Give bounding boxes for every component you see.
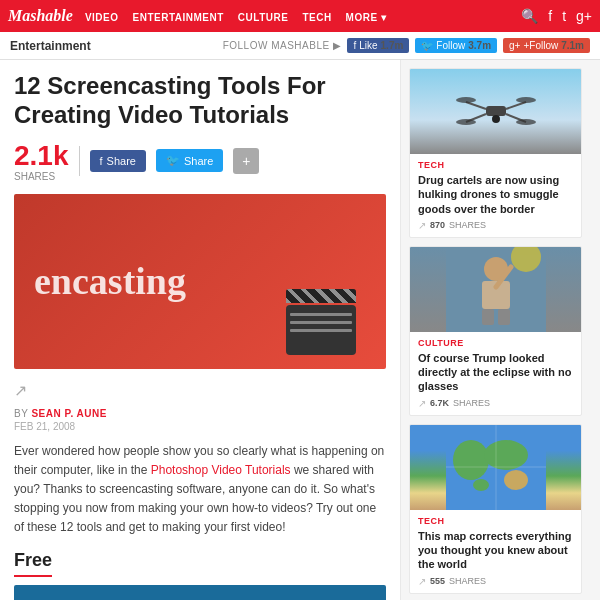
sidebar-shares-label-1: SHARES xyxy=(449,220,486,230)
trump-svg xyxy=(446,247,546,332)
sidebar-share-icon-3: ↗ xyxy=(418,576,426,587)
share-bar: 2.1k SHARES f Share 🐦 Share + xyxy=(14,140,386,182)
share-count-block: 2.1k SHARES xyxy=(14,140,69,182)
facebook-icon: f xyxy=(353,40,356,51)
twitter-nav-icon[interactable]: t xyxy=(562,8,566,24)
sidebar-card-1-body: TECH Drug cartels are now using hulking … xyxy=(410,154,581,237)
main-content: 12 Screencasting Tools For Creating Vide… xyxy=(0,60,400,600)
nav-social-icons: 🔍 f t g+ xyxy=(521,8,592,24)
article-hero-image: encasting xyxy=(14,194,386,369)
sidebar-card-3-body: TECH This map corrects everything you th… xyxy=(410,510,581,593)
sidebar-shares-2: 6.7K xyxy=(430,398,449,408)
svg-rect-14 xyxy=(482,309,494,325)
fb-share-label: Share xyxy=(107,155,136,167)
search-icon[interactable]: 🔍 xyxy=(521,8,538,24)
sidebar-share-icon-2: ↗ xyxy=(418,398,426,409)
share-count: 2.1k xyxy=(14,140,69,172)
nav-menu: Video Entertainment Culture Tech More ▾ xyxy=(85,9,386,24)
svg-point-8 xyxy=(516,119,536,125)
share-label: SHARES xyxy=(14,172,69,182)
googleplus-nav-icon[interactable]: g+ xyxy=(576,8,592,24)
clapperboard-icon xyxy=(286,289,356,349)
tw-share-icon: 🐦 xyxy=(166,154,180,167)
svg-point-20 xyxy=(504,470,528,490)
sidebar-shares-3: 555 xyxy=(430,576,445,586)
sidebar-title-1[interactable]: Drug cartels are now using hulking drone… xyxy=(418,173,573,216)
follow-bar: FOLLOW MASHABLE ▶ f Like 1.7m 🐦 Follow 3… xyxy=(223,38,590,53)
sidebar-image-drone xyxy=(410,69,581,154)
twitter-follow-label: Follow xyxy=(436,40,465,51)
sidebar-image-map xyxy=(410,425,581,510)
author-name[interactable]: SEAN P. AUNE xyxy=(31,408,106,419)
map-svg xyxy=(446,425,546,510)
twitter-count: 3.7m xyxy=(468,40,491,51)
sidebar-meta-2: ↗ 6.7K SHARES xyxy=(418,398,573,409)
sidebar-card-1: TECH Drug cartels are now using hulking … xyxy=(409,68,582,238)
breadcrumb: Entertainment xyxy=(10,39,91,53)
sidebar-card-2-body: CULTURE Of course Trump looked directly … xyxy=(410,332,581,415)
sidebar-title-3[interactable]: This map corrects everything you thought… xyxy=(418,529,573,572)
twitter-follow-button[interactable]: 🐦 Follow 3.7m xyxy=(415,38,497,53)
share-facebook-button[interactable]: f Share xyxy=(90,150,146,172)
sidebar-share-icon-1: ↗ xyxy=(418,220,426,231)
share-twitter-button[interactable]: 🐦 Share xyxy=(156,149,223,172)
sidebar-title-2[interactable]: Of course Trump looked directly at the e… xyxy=(418,351,573,394)
twitter-icon: 🐦 xyxy=(421,40,433,51)
article-body: Ever wondered how people show you so cle… xyxy=(14,442,386,538)
sidebar-shares-1: 870 xyxy=(430,220,445,230)
tw-share-label: Share xyxy=(184,155,213,167)
site-logo[interactable]: Mashable xyxy=(8,7,73,25)
sidebar-image-trump xyxy=(410,247,581,332)
nav-entertainment[interactable]: Entertainment xyxy=(133,12,224,23)
sidebar-meta-3: ↗ 555 SHARES xyxy=(418,576,573,587)
facebook-nav-icon[interactable]: f xyxy=(548,8,552,24)
share-more-button[interactable]: + xyxy=(233,148,259,174)
svg-point-6 xyxy=(516,97,536,103)
sidebar-card-3: TECH This map corrects everything you th… xyxy=(409,424,582,594)
svg-point-19 xyxy=(484,440,528,470)
svg-line-2 xyxy=(506,102,526,109)
screenshot-thumbnail: //We enjoy making multimedia software...… xyxy=(14,585,386,600)
author-prefix: BY xyxy=(14,408,28,419)
article-share-icon[interactable]: ↗ xyxy=(14,381,386,400)
author-line: BY SEAN P. AUNE xyxy=(14,408,386,419)
main-layout: 12 Screencasting Tools For Creating Vide… xyxy=(0,60,600,600)
facebook-like-button[interactable]: f Like 1.7m xyxy=(347,38,409,53)
svg-point-5 xyxy=(456,97,476,103)
sidebar-tag-1: TECH xyxy=(418,160,573,170)
nav-video[interactable]: Video xyxy=(85,12,119,23)
breadcrumb-bar: Entertainment FOLLOW MASHABLE ▶ f Like 1… xyxy=(0,32,600,60)
svg-point-21 xyxy=(473,479,489,491)
svg-rect-15 xyxy=(498,309,510,325)
sidebar: TECH Drug cartels are now using hulking … xyxy=(400,60,590,600)
sidebar-card-2: CULTURE Of course Trump looked directly … xyxy=(409,246,582,416)
article-image-text: encasting xyxy=(34,259,186,303)
sidebar-tag-3: TECH xyxy=(418,516,573,526)
gplus-follow-label: +Follow xyxy=(523,40,558,51)
article-body-link[interactable]: Photoshop Video Tutorials xyxy=(151,463,291,477)
svg-point-7 xyxy=(456,119,476,125)
section-header-free: Free xyxy=(14,550,52,577)
googleplus-follow-button[interactable]: g+ +Follow 7.1m xyxy=(503,38,590,53)
nav-tech[interactable]: Tech xyxy=(302,12,331,23)
facebook-like-label: Like xyxy=(359,40,377,51)
svg-point-18 xyxy=(453,440,489,480)
sidebar-shares-label-2: SHARES xyxy=(453,398,490,408)
nav-culture[interactable]: Culture xyxy=(238,12,289,23)
nav-more[interactable]: More ▾ xyxy=(346,12,387,23)
top-navigation: Mashable Video Entertainment Culture Tec… xyxy=(0,0,600,32)
follow-label: FOLLOW MASHABLE ▶ xyxy=(223,40,342,51)
sidebar-tag-2: CULTURE xyxy=(418,338,573,348)
share-divider xyxy=(79,146,80,176)
sidebar-shares-label-3: SHARES xyxy=(449,576,486,586)
drone-svg xyxy=(456,84,536,139)
facebook-count: 1.7m xyxy=(381,40,404,51)
article-title: 12 Screencasting Tools For Creating Vide… xyxy=(14,72,386,130)
fb-share-icon: f xyxy=(100,155,103,167)
sidebar-meta-1: ↗ 870 SHARES xyxy=(418,220,573,231)
svg-point-9 xyxy=(492,115,500,123)
svg-rect-0 xyxy=(486,106,506,116)
gplus-icon: g+ xyxy=(509,40,520,51)
svg-line-1 xyxy=(466,102,486,109)
gplus-count: 7.1m xyxy=(561,40,584,51)
